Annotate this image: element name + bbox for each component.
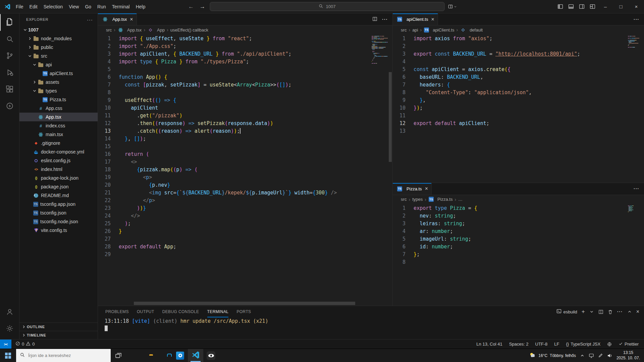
tab-app-tsx[interactable]: App.tsx × — [98, 13, 137, 25]
code-line[interactable]: 17 <> — [98, 158, 392, 166]
back-button[interactable]: ← — [187, 3, 195, 10]
taskbar-app-outlook[interactable] — [172, 349, 188, 362]
panel-tab-ports[interactable]: PORTS — [236, 306, 251, 317]
menu-edit[interactable]: Edit — [26, 2, 41, 11]
tray-volume-icon[interactable] — [607, 353, 612, 358]
close-icon[interactable]: × — [130, 16, 133, 22]
taskbar-app-edge[interactable] — [126, 349, 142, 362]
taskbar-search[interactable] — [16, 349, 111, 362]
taskbar-clock[interactable]: 13:15 2025. 10. 07. — [616, 350, 640, 361]
tree-item-tsconfig-node-json[interactable]: TStsconfig.node.json — [19, 217, 98, 226]
code-line[interactable]: 15 — [98, 143, 392, 150]
tree-item-app-css[interactable]: #App.css — [19, 104, 98, 113]
tab-pizza-ts[interactable]: TS Pizza.ts × — [393, 183, 432, 195]
code-line[interactable]: 4import type { Pizza } from "./types/Piz… — [98, 58, 392, 66]
formatter-status[interactable]: Prettier — [619, 342, 639, 347]
breadcrumb-item[interactable]: src — [106, 27, 112, 33]
menu-help[interactable]: Help — [133, 2, 149, 11]
maximize-window-button[interactable]: □ — [613, 0, 629, 13]
panel-tab-terminal[interactable]: TERMINAL — [207, 306, 229, 317]
code-line[interactable]: 29 — [98, 251, 392, 258]
toggle-panel-icon[interactable] — [566, 2, 576, 12]
tree-item-package-json[interactable]: {}package.json — [19, 182, 98, 191]
breadcrumb-item[interactable]: TSapiClient.ts — [424, 27, 454, 33]
more-actions-icon[interactable]: ··· — [382, 17, 388, 22]
code-line[interactable]: 8 "Content-Type": "application/json", — [393, 89, 644, 97]
tree-item--gitignore[interactable]: .gitignore — [19, 139, 98, 147]
taskbar-app-eye[interactable] — [203, 349, 219, 362]
tab-apiclient-ts[interactable]: TS apiClient.ts × — [393, 13, 438, 25]
code-line[interactable]: 6 id: number; — [393, 243, 644, 251]
close-panel-icon[interactable]: × — [636, 309, 639, 315]
panel-tab-debug-console[interactable]: DEBUG CONSOLE — [162, 306, 199, 317]
code-line[interactable]: 6function App() { — [98, 73, 392, 81]
horizontal-scrollbar[interactable] — [119, 302, 370, 305]
new-terminal-icon[interactable]: + — [582, 308, 585, 315]
editor-apiclient-ts[interactable]: 1import axios from "axios";23export cons… — [393, 34, 644, 183]
code-line[interactable]: 11 — [393, 112, 644, 120]
code-line[interactable]: 23 ))} — [98, 204, 392, 212]
taskbar-app-explorer[interactable] — [142, 349, 157, 362]
tree-item-index-css[interactable]: #index.css — [19, 121, 98, 130]
minimize-window-button[interactable]: – — [598, 0, 613, 13]
breadcrumb-item[interactable]: useEffect() callback — [170, 27, 208, 33]
tree-item-vite-config-ts[interactable]: vite.config.ts — [19, 226, 98, 235]
vertical-scrollbar[interactable] — [640, 204, 644, 306]
tree-item-docker-compose-yml[interactable]: docker-compose.yml — [19, 147, 98, 156]
tree-item-public[interactable]: public — [19, 43, 98, 52]
trash-icon[interactable] — [608, 309, 613, 314]
activitybar-run-debug[interactable] — [0, 64, 19, 81]
code-line[interactable]: 2import "./App.css"; — [98, 43, 392, 50]
code-line[interactable]: 21 <img src={`${BACKEND_URL}/kepek/${p.i… — [98, 189, 392, 197]
menu-file[interactable]: File — [13, 2, 26, 11]
toggle-primary-sidebar-icon[interactable] — [555, 2, 566, 12]
breadcrumb-item[interactable]: src — [401, 27, 407, 33]
eol-sequence[interactable]: LF — [554, 342, 559, 347]
tree-item-assets[interactable]: assets — [19, 78, 98, 86]
code-line[interactable]: 9 }, — [393, 97, 644, 104]
tree-item-package-lock-json[interactable]: {}package-lock.json — [19, 174, 98, 182]
menu-view[interactable]: View — [66, 2, 82, 11]
code-line[interactable]: 12export default apiClient; — [393, 120, 644, 127]
tree-item-eslint-config-js[interactable]: eslint.config.js — [19, 156, 98, 165]
code-line[interactable]: 26} — [98, 228, 392, 235]
tree-item-src[interactable]: src — [19, 52, 98, 60]
code-line[interactable]: 5 — [98, 66, 392, 73]
code-line[interactable]: 27 — [98, 235, 392, 243]
tree-item-app-tsx[interactable]: App.tsx — [19, 113, 98, 121]
terminal-picker[interactable]: esbuild — [556, 309, 577, 315]
taskbar-app-browser[interactable] — [219, 349, 234, 362]
code-line[interactable]: 2 nev: string; — [393, 212, 644, 220]
breadcrumb-item[interactable]: api — [412, 27, 418, 33]
code-line[interactable]: 1import { useEffect, useState } from "re… — [98, 35, 392, 43]
panel-tab-output[interactable]: OUTPUT — [137, 306, 154, 317]
code-line[interactable]: 24 </> — [98, 212, 392, 220]
minimap[interactable] — [628, 36, 639, 49]
code-line[interactable]: 10}); — [393, 104, 644, 112]
code-line[interactable]: 18 {pizzak.map((p) => ( — [98, 166, 392, 174]
activitybar-lightning[interactable] — [0, 98, 19, 115]
language-mode[interactable]: {} TypeScript JSX — [566, 342, 601, 347]
code-line[interactable]: 7 const [pizzak, setPizzak] = useState<A… — [98, 81, 392, 89]
sidebar-section-outline[interactable]: OUTLINE — [19, 322, 98, 331]
code-line[interactable]: 2 — [393, 43, 644, 50]
breadcrumb-item[interactable]: App — [147, 27, 165, 33]
breadcrumb-item[interactable]: App.tsx — [117, 27, 142, 33]
problems-status[interactable]: 0 0 — [15, 341, 35, 347]
code-line[interactable]: 14 }, []); — [98, 135, 392, 143]
code-line[interactable]: 1export type Pizza = { — [393, 204, 644, 212]
vertical-scrollbar[interactable] — [640, 34, 644, 183]
code-line[interactable]: 19 <p> — [98, 174, 392, 181]
code-line[interactable]: 9 useEffect(() => { — [98, 97, 392, 104]
code-line[interactable]: 6 baseURL: BACKEND_URL, — [393, 73, 644, 81]
activitybar-search[interactable] — [0, 31, 19, 48]
taskbar-app-store[interactable] — [157, 349, 172, 362]
layout-control-icon[interactable] — [448, 4, 457, 9]
tree-item-tsconfig-app-json[interactable]: TStsconfig.app.json — [19, 200, 98, 208]
code-line[interactable]: 4 ar: number; — [393, 228, 644, 235]
terminal[interactable]: 13:11:18 [vite] (client) hmr update /src… — [98, 317, 644, 339]
remote-indicator[interactable]: >< — [0, 340, 11, 349]
editor-pizza-ts[interactable]: 1export type Pizza = {2 nev: string;3 le… — [393, 204, 644, 306]
code-line[interactable]: 1import axios from "axios"; — [393, 35, 644, 43]
code-line[interactable]: 20 {p.nev} — [98, 181, 392, 189]
